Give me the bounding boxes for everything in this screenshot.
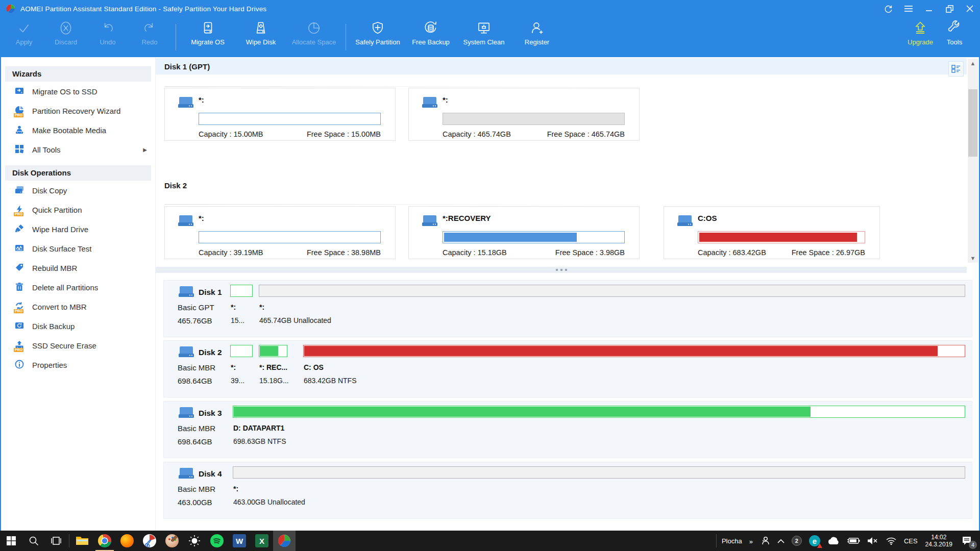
people-icon[interactable]	[756, 531, 774, 551]
partition-capacity: Capacity : 39.19MB	[199, 248, 263, 257]
sidebar-item-partition-recovery-wizard[interactable]: PRO Partition Recovery Wizard	[1, 101, 155, 120]
scroll-down-icon[interactable]: ▼	[968, 254, 978, 263]
redo-icon	[142, 20, 157, 36]
partition-block[interactable]: D: DATAPART1 698.63GB NTFS	[233, 406, 965, 455]
migrate-os-icon	[200, 20, 215, 36]
wizards-section-header: Wizards	[5, 66, 151, 82]
word-button[interactable]: W	[228, 531, 251, 551]
onedrive-icon[interactable]	[824, 531, 843, 551]
search-button[interactable]	[22, 531, 45, 551]
partition-size: 683.42GB NTFS	[304, 377, 357, 385]
sidebar-item-wipe-hard-drive[interactable]: Wipe Hard Drive	[1, 219, 155, 239]
aomei-taskbar-button[interactable]	[273, 531, 296, 551]
partition-card-disk2-c-os[interactable]: C:OS Capacity : 683.42GB Free Space : 26…	[664, 206, 880, 259]
allocate-space-icon	[306, 20, 322, 36]
volume-muted-icon[interactable]	[864, 531, 882, 551]
upgrade-button[interactable]: Upgrade	[902, 20, 938, 54]
sidebar-item-make-bootable-media[interactable]: Make Bootable Media	[1, 120, 155, 140]
scrollbar-thumb[interactable]	[968, 89, 977, 157]
properties-info-icon	[15, 360, 25, 370]
sidebar-item-all-tools[interactable]: All Tools ▶	[1, 140, 155, 159]
panel-splitter[interactable]	[156, 267, 967, 273]
tools-button[interactable]: Tools	[938, 20, 971, 54]
disk-size: 465.76GB	[178, 316, 212, 325]
partition-card-disk2-recovery[interactable]: *:RECOVERY Capacity : 15.18GB Free Space…	[408, 206, 640, 259]
sidebar-item-migrate-os-to-ssd[interactable]: Migrate OS to SSD	[1, 82, 155, 101]
sidebar-item-delete-all-partitions[interactable]: Delete all Partitions	[1, 278, 155, 297]
partition-card-disk1-p1[interactable]: *: Capacity : 15.00MB Free Space : 15.00…	[164, 88, 396, 141]
discard-button[interactable]: Discard	[45, 20, 87, 54]
wipe-disk-button[interactable]: Wipe Disk	[234, 20, 287, 54]
refresh-icon[interactable]	[878, 0, 898, 17]
spotify-button[interactable]	[206, 531, 228, 551]
partition-block[interactable]: *: 39...	[230, 345, 255, 394]
tray-time: 14:02	[931, 534, 946, 541]
windows-taskbar: W X Plocha » 2 e C	[0, 531, 980, 551]
maximize-icon[interactable]	[939, 0, 960, 17]
view-toggle-button[interactable]	[948, 61, 964, 77]
disk-row-1[interactable]: Disk 1 Basic GPT 465.76GB *: 15... *: 46…	[163, 280, 972, 337]
wifi-icon[interactable]	[882, 531, 900, 551]
partition-block[interactable]: *: 465.74GB Unallocated	[259, 285, 965, 334]
sidebar-item-label: Partition Recovery Wizard	[32, 107, 120, 115]
task-view-button[interactable]	[45, 531, 67, 551]
menu-icon[interactable]	[898, 0, 919, 17]
tray-app-icon[interactable]: 2	[788, 531, 805, 551]
partition-block[interactable]: *: 15...	[230, 285, 255, 334]
disk-row-3[interactable]: Disk 3 Basic MBR 698.64GB D: DATAPART1 6…	[163, 401, 972, 458]
disk1-panel-header[interactable]: Disk 1 (GPT)	[156, 58, 967, 74]
language-indicator[interactable]: CES	[900, 531, 921, 551]
allocate-space-button[interactable]: Allocate Space	[287, 20, 340, 54]
minimize-icon[interactable]	[919, 0, 939, 17]
sidebar-item-convert-to-mbr[interactable]: PRO Convert to MBR	[1, 297, 155, 316]
vertical-scrollbar[interactable]: ▲ ▼	[968, 59, 978, 263]
partition-bar	[230, 345, 253, 357]
action-center-button[interactable]: 4	[957, 531, 977, 551]
close-icon[interactable]	[960, 0, 980, 17]
partition-capacity: Capacity : 15.18GB	[443, 248, 507, 257]
file-explorer-button[interactable]	[71, 531, 93, 551]
disk-type: Basic MBR	[178, 363, 215, 372]
sidebar-item-rebuild-mbr[interactable]: Rebuild MBR	[1, 258, 155, 278]
safely-partition-button[interactable]: Safely Partition	[351, 20, 404, 54]
partition-label: D: DATAPART1	[233, 424, 284, 432]
excel-button[interactable]: X	[251, 531, 273, 551]
partition-bar	[233, 406, 965, 418]
brightness-app-button[interactable]	[183, 531, 206, 551]
toolbar-overflow-chevron[interactable]: »	[746, 531, 756, 551]
sidebar-item-disk-surface-test[interactable]: Disk Surface Test	[1, 239, 155, 258]
disk-row-2[interactable]: Disk 2 Basic MBR 698.64GB *: 39... *: RE…	[163, 340, 972, 397]
start-button[interactable]	[0, 531, 22, 551]
hidden-icons-chevron[interactable]	[774, 531, 788, 551]
partition-block[interactable]: *: 463.00GB Unallocated	[233, 466, 965, 515]
partition-block[interactable]: C: OS 683.42GB NTFS	[303, 345, 965, 394]
apply-check-icon	[16, 20, 32, 36]
sidebar-item-disk-copy[interactable]: Disk Copy	[1, 181, 155, 200]
chrome-button[interactable]	[93, 531, 116, 551]
clock[interactable]: 14:02 24.3.2019	[921, 531, 957, 551]
partition-card-disk1-p2[interactable]: *: Capacity : 465.74GB Free Space : 465.…	[408, 88, 640, 141]
partition-block[interactable]: *: REC... 15.18G...	[259, 345, 299, 394]
apply-button[interactable]: Apply	[3, 20, 45, 54]
sidebar-item-quick-partition[interactable]: PRO Quick Partition	[1, 200, 155, 219]
paint-button[interactable]	[161, 531, 183, 551]
desktop-toolbar-label[interactable]: Plocha	[718, 531, 746, 551]
scroll-up-icon[interactable]: ▲	[968, 59, 978, 68]
battery-icon[interactable]	[843, 531, 864, 551]
firefox-button[interactable]	[116, 531, 138, 551]
disk-row-4[interactable]: Disk 4 Basic MBR 463.00GB *: 463.00GB Un…	[163, 462, 972, 519]
system-clean-button[interactable]: System Clean	[457, 20, 510, 54]
redo-button[interactable]: Redo	[129, 20, 170, 54]
disk-icon	[178, 346, 195, 359]
migrate-os-button[interactable]: Migrate OS	[181, 20, 234, 54]
screenshot-tool-button[interactable]	[138, 531, 161, 551]
undo-button[interactable]: Undo	[87, 20, 129, 54]
register-button[interactable]: Register	[510, 20, 564, 54]
sidebar-item-properties[interactable]: Properties	[1, 355, 155, 374]
disk-type: Basic MBR	[178, 485, 215, 493]
eset-tray-icon[interactable]: e	[805, 531, 824, 551]
free-backup-button[interactable]: Free Backup	[404, 20, 457, 54]
sidebar-item-disk-backup[interactable]: Disk Backup	[1, 316, 155, 336]
sidebar-item-ssd-secure-erase[interactable]: PRO SSD Secure Erase	[1, 336, 155, 355]
partition-card-disk2-p1[interactable]: *: Capacity : 39.19MB Free Space : 38.98…	[164, 206, 396, 259]
